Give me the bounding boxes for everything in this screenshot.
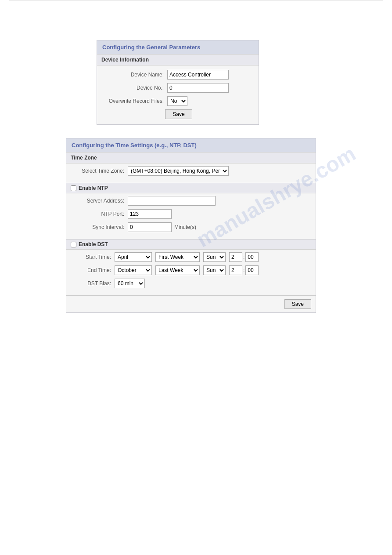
- end-time-label: End Time:: [71, 267, 115, 273]
- timezone-section-header: Time Zone: [66, 152, 316, 163]
- panel2-title: Configuring the Time Settings (e.g., NTP…: [66, 138, 316, 152]
- device-no-label: Device No.:: [101, 85, 167, 91]
- end-time-row: End Time: April May June July August Sep…: [71, 265, 311, 275]
- start-time-row: Start Time: April May June July August S…: [71, 252, 311, 262]
- ntp-port-input[interactable]: [128, 209, 172, 219]
- enable-dst-section: Enable DST: [66, 239, 316, 250]
- sync-interval-unit: Minute(s): [174, 224, 196, 230]
- sync-interval-row: Sync Interval: Minute(s): [71, 222, 311, 232]
- end-hour-input[interactable]: [229, 265, 242, 275]
- dst-bias-label: DST Bias:: [71, 280, 115, 287]
- general-parameters-panel: Configuring the General Parameters Devic…: [97, 40, 259, 125]
- server-address-row: Server Address:: [71, 196, 311, 206]
- ntp-port-label: NTP Port:: [71, 211, 128, 217]
- enable-ntp-checkbox[interactable]: [71, 185, 76, 191]
- device-no-input[interactable]: [167, 83, 229, 93]
- timezone-label: Select Time Zone:: [71, 168, 128, 174]
- server-address-input[interactable]: [128, 196, 216, 206]
- start-colon: :: [243, 254, 245, 260]
- overwrite-select[interactable]: No Yes: [167, 96, 187, 106]
- timezone-select[interactable]: (GMT+08:00) Beijing, Hong Kong, Perth, S…: [128, 166, 229, 176]
- enable-ntp-section: Enable NTP: [66, 183, 316, 193]
- enable-dst-label: Enable DST: [79, 241, 108, 247]
- start-min-input[interactable]: [245, 252, 259, 262]
- sync-interval-input[interactable]: [128, 222, 172, 232]
- start-time-label: Start Time:: [71, 254, 115, 260]
- device-name-label: Device Name:: [101, 72, 167, 78]
- timezone-row: Select Time Zone: (GMT+08:00) Beijing, H…: [71, 166, 311, 176]
- panel1-save-row: Save: [101, 109, 254, 119]
- overwrite-row: Overwrite Record Files: No Yes: [101, 96, 254, 106]
- sync-interval-label: Sync Interval:: [71, 224, 128, 230]
- end-day-select[interactable]: SunMonTue WedThuFriSat: [203, 265, 226, 275]
- device-info-section: Device Information: [97, 54, 259, 65]
- end-min-input[interactable]: [245, 265, 259, 275]
- device-name-row: Device Name:: [101, 70, 254, 80]
- device-name-input[interactable]: [167, 70, 229, 80]
- start-week-select[interactable]: First Week Second Week Third Week Last W…: [155, 252, 200, 262]
- panel1-title: Configuring the General Parameters: [97, 40, 259, 54]
- start-hour-input[interactable]: [229, 252, 242, 262]
- ntp-port-row: NTP Port:: [71, 209, 311, 219]
- start-month-select[interactable]: April May June July August September Oct…: [115, 252, 152, 262]
- end-colon: :: [243, 267, 245, 273]
- panel1-save-button[interactable]: Save: [165, 109, 192, 119]
- time-settings-panel: Configuring the Time Settings (e.g., NTP…: [66, 138, 316, 313]
- server-address-label: Server Address:: [71, 198, 128, 204]
- panel2-save-row: Save: [66, 295, 316, 312]
- panel2-save-button[interactable]: Save: [284, 299, 311, 309]
- overwrite-label: Overwrite Record Files:: [101, 98, 167, 104]
- dst-bias-select[interactable]: 30 min 60 min 90 min 120 min: [115, 279, 145, 288]
- end-month-select[interactable]: April May June July August September Oct…: [115, 265, 152, 275]
- enable-ntp-label: Enable NTP: [79, 185, 108, 191]
- dst-bias-row: DST Bias: 30 min 60 min 90 min 120 min: [71, 279, 311, 288]
- enable-dst-checkbox[interactable]: [71, 242, 76, 247]
- device-no-row: Device No.:: [101, 83, 254, 93]
- end-week-select[interactable]: First Week Second Week Third Week Last W…: [155, 265, 200, 275]
- start-day-select[interactable]: SunMonTue WedThuFriSat: [203, 252, 226, 262]
